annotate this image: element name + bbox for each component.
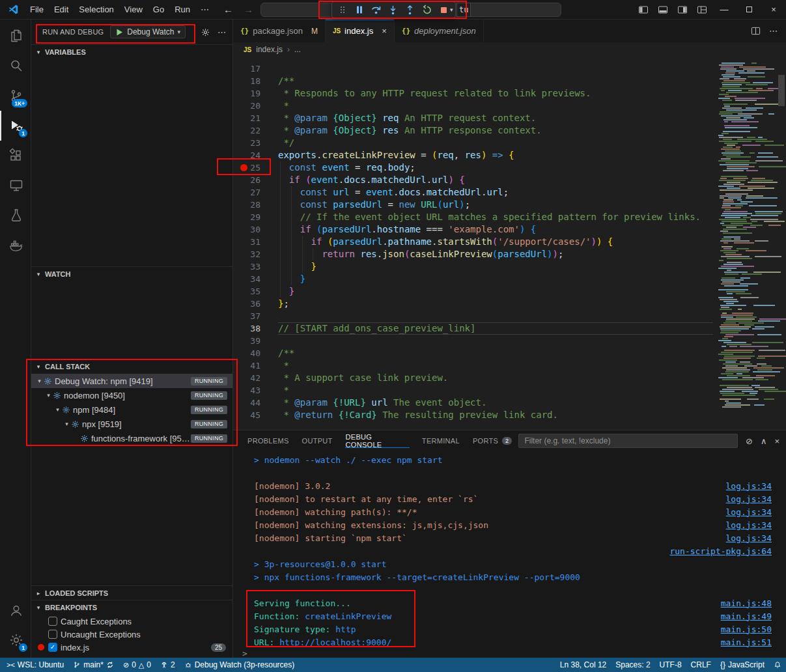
source-link[interactable]: log.js:34 [726, 533, 772, 543]
code-line[interactable]: 37 [233, 310, 717, 322]
source-link[interactable]: run-script-pkg.js:64 [669, 546, 772, 556]
editor-more-icon[interactable]: ⋯ [769, 26, 778, 36]
panel-tab-debug-console[interactable]: DEBUG CONSOLE [339, 430, 415, 451]
code-line[interactable]: 29 // If the event object URL matches a … [233, 211, 717, 223]
encoding-status[interactable]: UTF-8 [655, 658, 686, 672]
code-line[interactable]: 43 * [233, 384, 717, 397]
menu-more-icon[interactable]: ⋯ [195, 0, 214, 20]
gutter[interactable]: 30 [233, 223, 278, 236]
tab-index-js[interactable]: JS index.js × [326, 20, 395, 42]
breakpoint-item[interactable]: ✓index.js25 [31, 641, 232, 654]
language-mode[interactable]: {} JavaScript [716, 658, 769, 672]
toggle-sidebar-icon[interactable] [634, 0, 653, 20]
console-filter-input[interactable] [518, 434, 738, 448]
close-tab-icon[interactable]: × [382, 26, 387, 36]
call-stack-item[interactable]: functions-framework [954...RUNNING [31, 431, 232, 445]
settings-gear-icon[interactable]: 1 [0, 625, 31, 655]
scrollbar-thumb[interactable] [778, 75, 785, 106]
step-over-icon[interactable] [368, 3, 384, 17]
gutter[interactable]: 37 [233, 310, 278, 322]
code-line[interactable]: 31 if (parsedUrl.pathname.startsWith('/s… [233, 236, 717, 248]
accounts-icon[interactable] [0, 595, 31, 625]
gutter[interactable]: 44 [233, 397, 278, 409]
debug-session-status[interactable]: Debug Watch (3p-resources) [180, 658, 300, 672]
gutter[interactable]: 33 [233, 260, 278, 273]
split-editor-icon[interactable] [751, 26, 761, 36]
gutter[interactable]: 34 [233, 273, 278, 285]
panel-tab-output[interactable]: OUTPUT [296, 430, 339, 451]
code-line[interactable]: 44 * @param {!URL} url The event object. [233, 397, 717, 409]
chevron-down-icon[interactable]: ▾ [44, 392, 53, 399]
chevron-down-icon[interactable]: ▾ [35, 378, 44, 384]
menu-edit[interactable]: Edit [49, 0, 74, 20]
remote-indicator[interactable]: >< WSL: Ubuntu [0, 658, 68, 672]
checkbox[interactable] [48, 630, 57, 639]
gutter[interactable]: 39 [233, 335, 278, 347]
call-stack-item[interactable]: ▾Debug Watch: npm [9419]RUNNING [31, 374, 232, 388]
gutter[interactable]: 19 [233, 87, 278, 100]
call-stack-item[interactable]: ▾npx [9519]RUNNING [31, 417, 232, 431]
views-more-icon[interactable]: ⋯ [218, 27, 226, 37]
call-stack-item[interactable]: ▾nodemon [9450]RUNNING [31, 388, 232, 402]
gutter[interactable]: 41 [233, 359, 278, 372]
checkbox[interactable] [48, 617, 57, 626]
breadcrumb[interactable]: JS index.js › ... [233, 42, 786, 57]
menu-go[interactable]: Go [148, 0, 169, 20]
variables-header[interactable]: ▾ VARIABLES [31, 45, 232, 59]
code-line[interactable]: 21 * @param {Object} req An HTTP request… [233, 112, 717, 124]
code-line[interactable]: 32 return res.json(caseLinkPreview(parse… [233, 248, 717, 260]
gutter[interactable]: 24 [233, 149, 278, 161]
run-and-debug-icon[interactable]: 1 [0, 111, 31, 141]
gutter[interactable]: 40 [233, 347, 278, 359]
code-line[interactable]: 24exports.createLinkPreview = (req, res)… [233, 149, 717, 161]
gutter[interactable]: 43 [233, 384, 278, 397]
close-button[interactable]: × [761, 0, 786, 20]
gutter[interactable]: 28 [233, 199, 278, 211]
debug-console[interactable]: > nodemon --watch ./ --exec npm start[no… [233, 451, 786, 658]
start-debug-icon[interactable] [115, 28, 124, 36]
gutter[interactable]: 36 [233, 298, 278, 310]
remote-explorer-icon[interactable] [0, 171, 31, 201]
code-line[interactable]: 25 const event = req.body; [233, 161, 717, 174]
menu-file[interactable]: File [25, 0, 49, 20]
source-link[interactable]: log.js:34 [726, 507, 772, 517]
gutter[interactable]: 38 [233, 322, 278, 335]
gutter[interactable]: 22 [233, 124, 278, 137]
code-line[interactable]: 36}; [233, 298, 717, 310]
code-line[interactable]: 20 * [233, 100, 717, 112]
back-arrow-icon[interactable]: ← [223, 4, 233, 15]
restart-icon[interactable] [419, 3, 435, 17]
breakpoint-item[interactable]: Uncaught Exceptions [31, 628, 232, 641]
gutter[interactable]: 35 [233, 285, 278, 298]
gutter[interactable]: 18 [233, 75, 278, 87]
panel-tab-ports[interactable]: PORTS2 [466, 430, 519, 451]
explorer-icon[interactable] [0, 21, 31, 51]
watch-header[interactable]: ▾ WATCH [31, 267, 232, 281]
toggle-secondary-sidebar-icon[interactable] [673, 0, 692, 20]
breadcrumb-file[interactable]: index.js [256, 45, 283, 54]
search-icon[interactable] [0, 51, 31, 81]
console-input-prompt[interactable]: > [233, 649, 786, 658]
gutter[interactable]: 17 [233, 63, 278, 75]
code-line[interactable]: 40/** [233, 347, 717, 359]
sync-icon[interactable] [106, 661, 114, 669]
panel-tab-problems[interactable]: PROBLEMS [241, 430, 296, 451]
code-line[interactable]: 42 * A support case link preview. [233, 372, 717, 384]
gutter[interactable]: 27 [233, 186, 278, 199]
source-link[interactable]: main.js:50 [721, 624, 772, 634]
code-line[interactable]: 35 } [233, 285, 717, 298]
step-out-icon[interactable] [402, 3, 418, 17]
minimize-button[interactable]: — [712, 0, 737, 20]
code-line[interactable]: 19 * Responds to any HTTP request relate… [233, 87, 717, 100]
eol-status[interactable]: CRLF [686, 658, 716, 672]
gutter[interactable]: 42 [233, 372, 278, 384]
editor-scrollbar[interactable] [777, 57, 786, 430]
debug-config-picker[interactable]: Debug Watch ▾ [110, 25, 186, 38]
breakpoint-item[interactable]: Caught Exceptions [31, 615, 232, 628]
problems-status[interactable]: ⊘ 0 △ 0 [119, 658, 156, 672]
source-link[interactable]: log.js:34 [726, 494, 772, 504]
indentation-status[interactable]: Spaces: 2 [611, 658, 654, 672]
code-line[interactable]: 17 [233, 63, 717, 75]
panel-tab-terminal[interactable]: TERMINAL [415, 430, 466, 451]
call-stack-header[interactable]: ▾ CALL STACK [31, 359, 232, 374]
